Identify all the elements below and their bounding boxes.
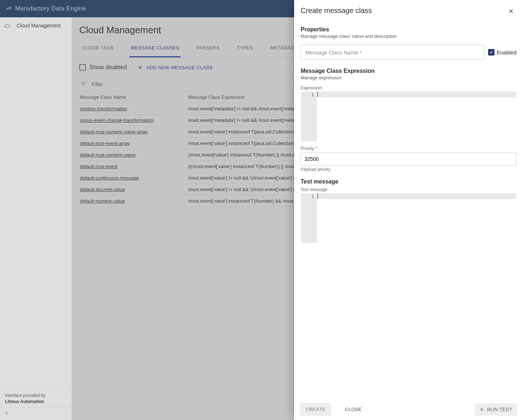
create-button[interactable]: CREATE (300, 403, 331, 416)
test-message-heading: Test message (301, 178, 517, 185)
test-gutter-line: 1 (301, 194, 314, 199)
run-test-label: RUN TEST (487, 407, 512, 412)
play-icon (480, 407, 485, 412)
expression-editor[interactable]: 1 (301, 91, 517, 142)
test-message-editor[interactable]: 1 (301, 193, 517, 243)
test-message-editor-label: Test message (301, 187, 517, 192)
enabled-label: Enabled (497, 49, 517, 56)
modal-scrim[interactable] (0, 0, 294, 420)
priority-input[interactable] (301, 152, 517, 165)
checkbox-checked-icon (488, 49, 495, 56)
close-footer-button[interactable]: CLOSE (339, 403, 368, 416)
enabled-checkbox[interactable]: Enabled (488, 49, 517, 56)
properties-subheading: Manage message class' name and descripti… (301, 34, 517, 39)
close-button[interactable] (506, 6, 516, 17)
priority-hint: Payload priority (301, 167, 517, 172)
message-class-name-input[interactable] (301, 45, 484, 60)
create-message-class-drawer: Create message class Properties Manage m… (294, 0, 523, 420)
expression-gutter-line: 1 (301, 92, 314, 97)
priority-label: Priority * (301, 146, 517, 151)
run-test-button[interactable]: RUN TEST (475, 403, 517, 416)
close-icon (508, 8, 514, 14)
expression-heading: Message Class Expression (301, 68, 517, 74)
drawer-title: Create message class (301, 6, 372, 15)
expression-subheading: Manage expression (301, 75, 517, 80)
properties-heading: Properties (301, 26, 517, 33)
svg-marker-7 (481, 407, 484, 411)
drawer-footer: CREATE CLOSE RUN TEST (294, 399, 523, 420)
expression-editor-label: Expression (301, 85, 517, 90)
